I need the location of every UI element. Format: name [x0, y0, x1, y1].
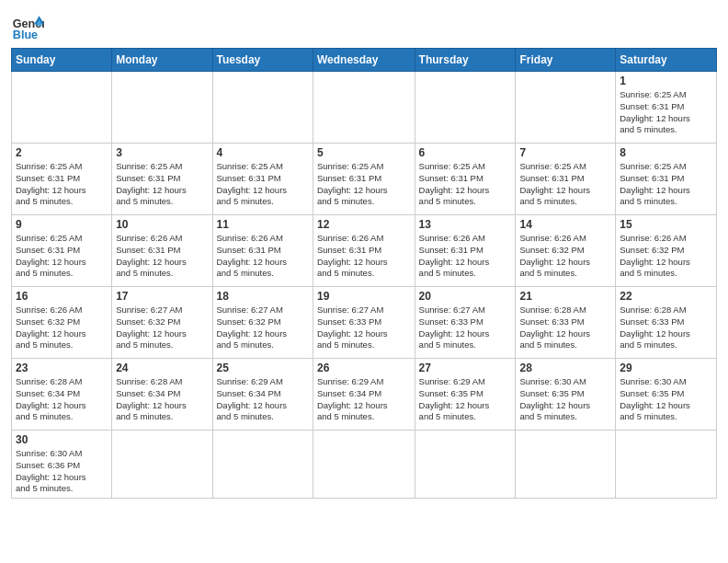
day-info: Sunrise: 6:26 AM Sunset: 6:31 PM Dayligh…	[116, 233, 208, 280]
logo: General Blue	[11, 9, 44, 42]
weekday-header-friday: Friday	[516, 49, 616, 72]
day-number: 20	[419, 290, 512, 303]
day-info: Sunrise: 6:26 AM Sunset: 6:31 PM Dayligh…	[419, 233, 512, 280]
day-info: Sunrise: 6:27 AM Sunset: 6:33 PM Dayligh…	[419, 304, 512, 351]
day-number: 3	[116, 146, 208, 159]
day-info: Sunrise: 6:25 AM Sunset: 6:31 PM Dayligh…	[16, 161, 108, 208]
day-info: Sunrise: 6:26 AM Sunset: 6:32 PM Dayligh…	[16, 304, 108, 351]
calendar-cell: 2Sunrise: 6:25 AM Sunset: 6:31 PM Daylig…	[12, 144, 112, 215]
day-info: Sunrise: 6:26 AM Sunset: 6:32 PM Dayligh…	[620, 233, 712, 280]
day-info: Sunrise: 6:25 AM Sunset: 6:31 PM Dayligh…	[419, 161, 512, 208]
calendar-cell	[112, 72, 212, 144]
calendar-cell: 10Sunrise: 6:26 AM Sunset: 6:31 PM Dayli…	[112, 215, 212, 287]
calendar-cell: 6Sunrise: 6:25 AM Sunset: 6:31 PM Daylig…	[415, 144, 516, 215]
day-info: Sunrise: 6:29 AM Sunset: 6:34 PM Dayligh…	[217, 376, 309, 423]
calendar-cell	[516, 431, 616, 499]
weekday-header-wednesday: Wednesday	[313, 49, 415, 72]
day-info: Sunrise: 6:29 AM Sunset: 6:34 PM Dayligh…	[317, 376, 411, 423]
day-info: Sunrise: 6:26 AM Sunset: 6:31 PM Dayligh…	[217, 233, 309, 280]
calendar-week-5: 23Sunrise: 6:28 AM Sunset: 6:34 PM Dayli…	[12, 359, 717, 431]
day-number: 21	[519, 290, 611, 303]
calendar-week-1: 1Sunrise: 6:25 AM Sunset: 6:31 PM Daylig…	[12, 72, 717, 144]
calendar-cell	[112, 431, 212, 499]
calendar-cell: 11Sunrise: 6:26 AM Sunset: 6:31 PM Dayli…	[212, 215, 313, 287]
weekday-header-monday: Monday	[112, 49, 212, 72]
day-info: Sunrise: 6:28 AM Sunset: 6:33 PM Dayligh…	[519, 304, 611, 351]
day-info: Sunrise: 6:30 AM Sunset: 6:35 PM Dayligh…	[519, 376, 611, 423]
day-info: Sunrise: 6:27 AM Sunset: 6:32 PM Dayligh…	[217, 304, 309, 351]
calendar-cell	[616, 431, 717, 499]
calendar-cell: 8Sunrise: 6:25 AM Sunset: 6:31 PM Daylig…	[616, 144, 717, 215]
calendar-cell	[313, 72, 415, 144]
calendar-cell: 24Sunrise: 6:28 AM Sunset: 6:34 PM Dayli…	[112, 359, 212, 431]
calendar-cell: 17Sunrise: 6:27 AM Sunset: 6:32 PM Dayli…	[112, 287, 212, 359]
day-info: Sunrise: 6:25 AM Sunset: 6:31 PM Dayligh…	[620, 89, 712, 136]
day-info: Sunrise: 6:25 AM Sunset: 6:31 PM Dayligh…	[217, 161, 309, 208]
calendar-week-2: 2Sunrise: 6:25 AM Sunset: 6:31 PM Daylig…	[12, 144, 717, 215]
day-number: 28	[519, 362, 611, 374]
day-number: 26	[317, 362, 411, 374]
weekday-header-tuesday: Tuesday	[212, 49, 313, 72]
calendar-cell: 30Sunrise: 6:30 AM Sunset: 6:36 PM Dayli…	[12, 431, 112, 499]
day-number: 9	[16, 218, 108, 231]
calendar-cell: 13Sunrise: 6:26 AM Sunset: 6:31 PM Dayli…	[415, 215, 516, 287]
calendar-cell: 29Sunrise: 6:30 AM Sunset: 6:35 PM Dayli…	[616, 359, 717, 431]
day-info: Sunrise: 6:27 AM Sunset: 6:33 PM Dayligh…	[317, 304, 411, 351]
svg-text:Blue: Blue	[13, 29, 38, 41]
calendar-cell: 16Sunrise: 6:26 AM Sunset: 6:32 PM Dayli…	[12, 287, 112, 359]
day-number: 27	[419, 362, 512, 374]
calendar-cell: 21Sunrise: 6:28 AM Sunset: 6:33 PM Dayli…	[516, 287, 616, 359]
day-number: 15	[620, 218, 712, 231]
calendar-cell: 14Sunrise: 6:26 AM Sunset: 6:32 PM Dayli…	[516, 215, 616, 287]
calendar-cell: 3Sunrise: 6:25 AM Sunset: 6:31 PM Daylig…	[112, 144, 212, 215]
day-number: 1	[620, 75, 712, 87]
day-number: 13	[419, 218, 512, 231]
day-number: 12	[317, 218, 411, 231]
day-number: 30	[16, 433, 108, 446]
day-info: Sunrise: 6:25 AM Sunset: 6:31 PM Dayligh…	[317, 161, 411, 208]
day-number: 17	[116, 290, 208, 303]
calendar-cell	[12, 72, 112, 144]
day-number: 2	[16, 146, 108, 159]
day-number: 24	[116, 362, 208, 374]
day-number: 22	[620, 290, 712, 303]
day-number: 11	[217, 218, 309, 231]
calendar-cell	[212, 431, 313, 499]
day-info: Sunrise: 6:25 AM Sunset: 6:31 PM Dayligh…	[16, 233, 108, 280]
calendar-cell: 28Sunrise: 6:30 AM Sunset: 6:35 PM Dayli…	[516, 359, 616, 431]
calendar-week-3: 9Sunrise: 6:25 AM Sunset: 6:31 PM Daylig…	[12, 215, 717, 287]
day-number: 5	[317, 146, 411, 159]
calendar-cell: 18Sunrise: 6:27 AM Sunset: 6:32 PM Dayli…	[212, 287, 313, 359]
calendar-cell: 25Sunrise: 6:29 AM Sunset: 6:34 PM Dayli…	[212, 359, 313, 431]
logo-icon: General Blue	[11, 9, 44, 42]
day-info: Sunrise: 6:25 AM Sunset: 6:31 PM Dayligh…	[620, 161, 712, 208]
weekday-header-thursday: Thursday	[415, 49, 516, 72]
day-number: 8	[620, 146, 712, 159]
calendar-cell: 20Sunrise: 6:27 AM Sunset: 6:33 PM Dayli…	[415, 287, 516, 359]
day-number: 25	[217, 362, 309, 374]
calendar-cell: 5Sunrise: 6:25 AM Sunset: 6:31 PM Daylig…	[313, 144, 415, 215]
calendar-week-6: 30Sunrise: 6:30 AM Sunset: 6:36 PM Dayli…	[12, 431, 717, 499]
calendar-cell	[516, 72, 616, 144]
day-number: 29	[620, 362, 712, 374]
day-number: 14	[519, 218, 611, 231]
day-number: 19	[317, 290, 411, 303]
weekday-header-saturday: Saturday	[616, 49, 717, 72]
day-number: 23	[16, 362, 108, 374]
day-number: 7	[519, 146, 611, 159]
day-number: 4	[217, 146, 309, 159]
calendar-table: SundayMondayTuesdayWednesdayThursdayFrid…	[11, 48, 717, 499]
calendar-cell: 7Sunrise: 6:25 AM Sunset: 6:31 PM Daylig…	[516, 144, 616, 215]
calendar-cell	[212, 72, 313, 144]
calendar-cell: 22Sunrise: 6:28 AM Sunset: 6:33 PM Dayli…	[616, 287, 717, 359]
page-header: General Blue	[11, 9, 717, 42]
day-number: 16	[16, 290, 108, 303]
calendar-cell: 27Sunrise: 6:29 AM Sunset: 6:35 PM Dayli…	[415, 359, 516, 431]
calendar-cell: 9Sunrise: 6:25 AM Sunset: 6:31 PM Daylig…	[12, 215, 112, 287]
day-info: Sunrise: 6:29 AM Sunset: 6:35 PM Dayligh…	[419, 376, 512, 423]
day-info: Sunrise: 6:28 AM Sunset: 6:34 PM Dayligh…	[16, 376, 108, 423]
day-info: Sunrise: 6:30 AM Sunset: 6:36 PM Dayligh…	[16, 448, 108, 495]
weekday-header-sunday: Sunday	[12, 49, 112, 72]
day-number: 10	[116, 218, 208, 231]
calendar-cell: 23Sunrise: 6:28 AM Sunset: 6:34 PM Dayli…	[12, 359, 112, 431]
